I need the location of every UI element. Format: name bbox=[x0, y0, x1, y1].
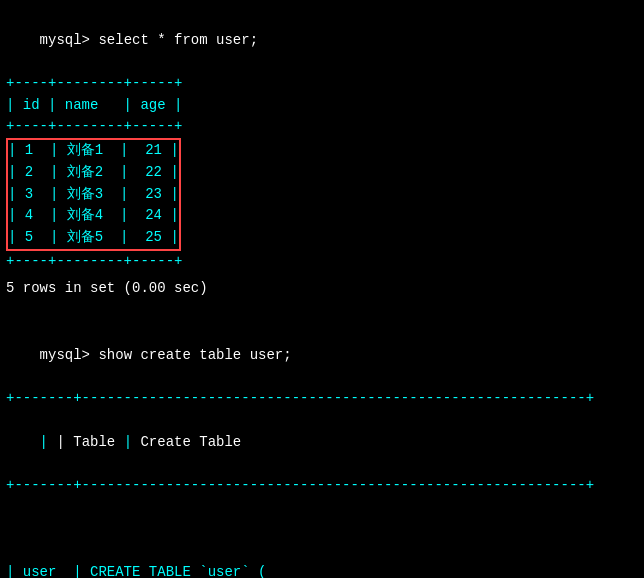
table1-row4: | 4 | 刘备4 | 24 | bbox=[8, 205, 179, 227]
cmd1: select * from user; bbox=[98, 32, 258, 48]
cmd2: show create table user; bbox=[98, 347, 291, 363]
create-table-label: Create Table | bbox=[140, 434, 644, 450]
prompt1: mysql> bbox=[40, 32, 99, 48]
table1-divider-top: +----+--------+-----+ bbox=[6, 73, 638, 95]
table1-row3: | 3 | 刘备3 | 23 | bbox=[8, 184, 179, 206]
table2-header-row: | | Table | Create Table | bbox=[6, 410, 638, 475]
ct-row1: | user | CREATE TABLE `user` ( bbox=[6, 562, 638, 578]
table-label: | Table bbox=[56, 434, 123, 450]
table1-row1: | 1 | 刘备1 | 21 | bbox=[8, 140, 179, 162]
result-info-1: 5 rows in set (0.00 sec) bbox=[6, 276, 638, 301]
prompt2: mysql> bbox=[40, 347, 99, 363]
blank1 bbox=[6, 301, 638, 323]
blank2 bbox=[6, 497, 638, 519]
query2-prompt: mysql> show create table user; bbox=[6, 323, 638, 388]
table1-row2: | 2 | 刘备2 | 22 | bbox=[8, 162, 179, 184]
table1-row5: | 5 | 刘备5 | 25 | bbox=[8, 227, 179, 249]
data-rows-highlight: | 1 | 刘备1 | 21 | | 2 | 刘备2 | 22 | | 3 | … bbox=[6, 138, 181, 250]
table2-divider-top: +-------+-------------------------------… bbox=[6, 388, 638, 410]
table1-divider3: +----+--------+-----+ bbox=[6, 251, 638, 273]
table1-header: | id | name | age | bbox=[6, 95, 638, 117]
table1-divider2: +----+--------+-----+ bbox=[6, 116, 638, 138]
query1-prompt: mysql> select * from user; bbox=[6, 8, 638, 73]
create-table-content: | user | CREATE TABLE `user` ( `id` int(… bbox=[6, 518, 638, 578]
terminal-window: mysql> select * from user; +----+-------… bbox=[0, 0, 644, 578]
table2-divider-mid: +-------+-------------------------------… bbox=[6, 475, 638, 497]
